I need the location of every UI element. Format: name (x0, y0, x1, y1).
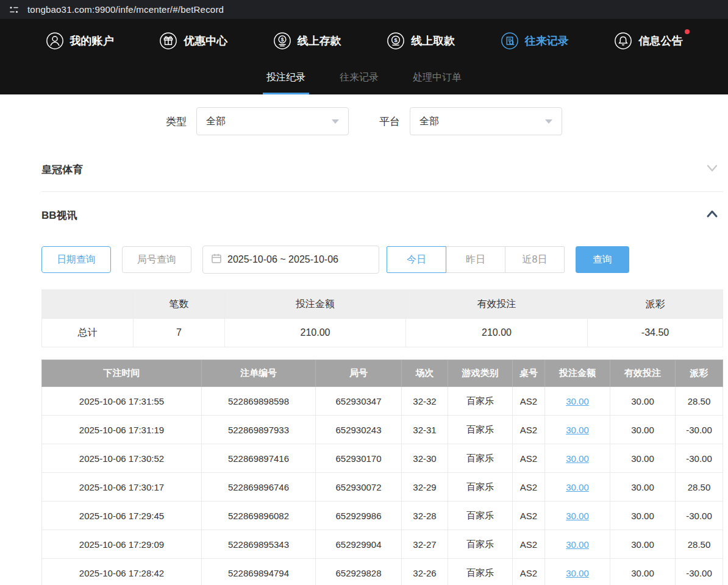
cell-bet-amount[interactable]: 30.00 (545, 530, 610, 559)
tab-transaction-records[interactable]: 往来记录 (336, 63, 382, 94)
cell-round-no: 652930072 (316, 473, 402, 502)
bet-amount-link[interactable]: 30.00 (566, 396, 589, 406)
cell-round-no: 652929904 (316, 530, 402, 559)
nav-item-label: 线上存款 (298, 34, 341, 48)
nav-item-deposit[interactable]: $ 线上存款 (273, 32, 341, 50)
cell-bet-amount[interactable]: 30.00 (545, 473, 610, 502)
bet-amount-link[interactable]: 30.00 (566, 425, 589, 435)
nav-item-label: 信息公告 (638, 34, 682, 48)
cell-bet-time: 2025-10-06 17:31:55 (42, 387, 202, 416)
chevron-down-icon (545, 119, 552, 124)
cell-bet-time: 2025-10-06 17:28:42 (42, 559, 202, 585)
cell-session: 32-32 (402, 387, 448, 416)
bet-amount-link[interactable]: 30.00 (566, 568, 589, 578)
quick-date-group: 今日 昨日 近8日 (387, 246, 565, 273)
filter-bar: 类型 全部 平台 全部 (0, 94, 728, 146)
cell-table-no: AS2 (513, 416, 545, 444)
type-select[interactable]: 全部 (196, 107, 349, 135)
browser-url-bar: tongbao31.com:9900/infe/mcenter/#/betRec… (0, 0, 728, 19)
yesterday-button[interactable]: 昨日 (446, 246, 505, 273)
date-query-button[interactable]: 日期查询 (41, 246, 111, 273)
nav-item-records[interactable]: 往来记录 (501, 32, 569, 50)
cell-session: 32-30 (402, 444, 448, 473)
cell-bet-amount[interactable]: 30.00 (545, 444, 610, 473)
nav-item-promotions[interactable]: 优惠中心 (159, 32, 227, 50)
chevron-down-icon (332, 119, 339, 124)
platform-filter-label: 平台 (379, 115, 400, 129)
summary-valid-amount: 210.00 (406, 319, 588, 347)
table-row: 2025-10-06 17:31:55522869898598652930347… (42, 387, 723, 416)
cell-valid-bet: 30.00 (610, 530, 676, 559)
cell-round-no: 652930170 (316, 444, 402, 473)
cell-bet-id: 522869898598 (202, 387, 316, 416)
column-header: 注单编号 (202, 360, 316, 387)
section-title: BB视讯 (41, 208, 77, 222)
cell-game-type: 百家乐 (448, 473, 513, 502)
tab-groups-icon[interactable] (9, 4, 20, 15)
chevron-up-icon[interactable] (705, 207, 719, 223)
bet-amount-link[interactable]: 30.00 (566, 453, 589, 464)
nav-item-my-account[interactable]: 我的账户 (46, 32, 114, 50)
summary-total-label: 总计 (42, 319, 134, 347)
tab-bet-records[interactable]: 投注纪录 (263, 63, 309, 94)
cell-bet-id: 522869897933 (202, 416, 316, 444)
summary-total-row: 总计 7 210.00 210.00 -34.50 (42, 319, 723, 347)
bet-table-header-row: 下注时间注单编号局号场次游戏类别桌号投注金额有效投注派彩 (42, 360, 723, 387)
table-row: 2025-10-06 17:28:42522869894794652929828… (42, 559, 723, 585)
cell-round-no: 652929828 (316, 559, 402, 585)
section-crown-sports[interactable]: 皇冠体育 (41, 146, 723, 192)
cell-bet-amount[interactable]: 30.00 (545, 416, 610, 444)
cell-game-type: 百家乐 (448, 502, 513, 530)
cell-payout: -30.00 (676, 559, 723, 585)
bet-amount-link[interactable]: 30.00 (566, 539, 589, 550)
chevron-down-icon[interactable] (705, 161, 719, 177)
bet-amount-link[interactable]: 30.00 (566, 482, 589, 492)
date-range-value: 2025-10-06 ~ 2025-10-06 (227, 254, 338, 265)
cell-session: 32-29 (402, 473, 448, 502)
cell-game-type: 百家乐 (448, 416, 513, 444)
cell-session: 32-31 (402, 416, 448, 444)
cell-round-no: 652929986 (316, 502, 402, 530)
section-bb-video[interactable]: BB视讯 (41, 192, 723, 237)
summary-count: 7 (134, 319, 225, 347)
main-navigation: 我的账户 优惠中心 $ (0, 19, 728, 63)
column-header: 局号 (316, 360, 402, 387)
cell-bet-time: 2025-10-06 17:31:19 (42, 416, 202, 444)
cell-valid-bet: 30.00 (610, 387, 676, 416)
cell-bet-time: 2025-10-06 17:30:52 (42, 444, 202, 473)
cell-table-no: AS2 (513, 387, 545, 416)
cell-bet-amount[interactable]: 30.00 (545, 502, 610, 530)
cell-bet-amount[interactable]: 30.00 (545, 387, 610, 416)
calendar-icon (211, 253, 222, 266)
summary-header-count: 笔数 (134, 290, 225, 319)
bet-amount-link[interactable]: 30.00 (566, 511, 589, 521)
query-controls: 日期查询 局号查询 2025-10-06 ~ 2025-10-06 今日 昨日 … (41, 246, 723, 274)
address-bar[interactable]: tongbao31.com:9900/infe/mcenter/#/betRec… (27, 4, 224, 15)
column-header: 有效投注 (610, 360, 676, 387)
date-range-input[interactable]: 2025-10-06 ~ 2025-10-06 (202, 246, 379, 274)
cell-payout: -30.00 (676, 416, 723, 444)
withdraw-coin-icon: $ (387, 32, 405, 50)
cell-bet-id: 522869894794 (202, 559, 316, 585)
platform-select[interactable]: 全部 (410, 107, 562, 135)
cell-bet-time: 2025-10-06 17:29:45 (42, 502, 202, 530)
today-button[interactable]: 今日 (387, 246, 446, 273)
last-8-days-button[interactable]: 近8日 (505, 246, 565, 273)
cell-game-type: 百家乐 (448, 387, 513, 416)
summary-header-payout: 派彩 (588, 290, 723, 319)
column-header: 游戏类别 (448, 360, 513, 387)
record-tabs: 投注纪录 往来记录 处理中订单 (0, 63, 728, 94)
cell-valid-bet: 30.00 (610, 416, 676, 444)
svg-text:$: $ (280, 37, 284, 43)
cell-payout: 28.50 (676, 387, 723, 416)
tab-pending-orders[interactable]: 处理中订单 (409, 63, 465, 94)
nav-item-announcements[interactable]: 信息公告 (614, 32, 682, 50)
search-button[interactable]: 查询 (576, 246, 629, 273)
nav-item-withdraw[interactable]: $ 线上取款 (387, 32, 455, 50)
round-query-button[interactable]: 局号查询 (122, 246, 191, 273)
cell-bet-amount[interactable]: 30.00 (545, 559, 610, 585)
table-row: 2025-10-06 17:30:52522869897416652930170… (42, 444, 723, 473)
cell-table-no: AS2 (513, 530, 545, 559)
bet-table-body: 2025-10-06 17:31:55522869898598652930347… (42, 387, 723, 585)
cell-round-no: 652930347 (316, 387, 402, 416)
